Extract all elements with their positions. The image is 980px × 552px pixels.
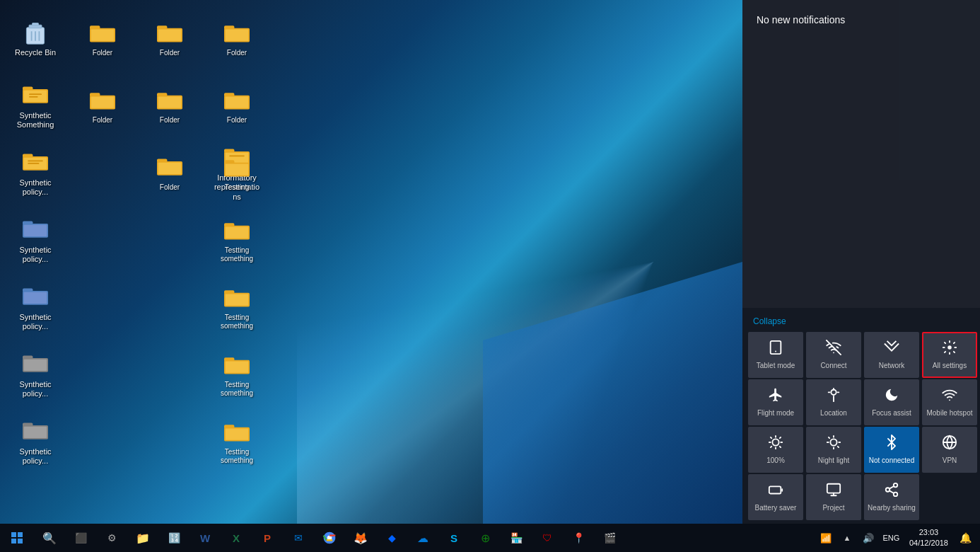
- taskbar-clock[interactable]: 23:03 04/12/2018: [904, 524, 954, 552]
- ac-tile-tablet-mode[interactable]: Tablet mode: [748, 332, 803, 378]
- folder-icon-2[interactable]: Folder: [141, 7, 198, 71]
- chrome-icon: [322, 531, 337, 545]
- svg-rect-43: [24, 225, 47, 236]
- svg-rect-45: [224, 223, 234, 226]
- taskbar-task-view-button[interactable]: ⬛: [65, 524, 96, 552]
- ac-tile-nearby-sharing-label: Nearby sharing: [868, 504, 916, 512]
- ac-tile-location-label: Location: [820, 409, 847, 418]
- svg-rect-2: [33, 23, 39, 26]
- folder-doc-icon-2[interactable]: Synthetic policy...: [7, 142, 64, 205]
- folder-doc-label-3: Folder: [160, 183, 180, 192]
- ac-tile-nearby-sharing[interactable]: Nearby sharing: [864, 474, 919, 520]
- ac-tile-brightness[interactable]: 100%: [748, 427, 803, 473]
- taskbar-powerpoint-button[interactable]: P: [252, 524, 283, 552]
- ac-tile-project-label: Project: [822, 504, 844, 512]
- svg-rect-67: [226, 164, 248, 176]
- folder-doc-icon-5[interactable]: Synthetic policy...: [7, 209, 64, 272]
- taskbar-maps-button[interactable]: 📍: [563, 524, 594, 552]
- taskbar-explorer-button[interactable]: 📁: [127, 524, 158, 552]
- ac-tile-location[interactable]: Location: [806, 379, 861, 425]
- taskbar-notification-icon[interactable]: 🔔: [954, 524, 976, 552]
- svg-rect-61: [24, 427, 47, 438]
- taskbar-chrome-button[interactable]: [314, 524, 345, 552]
- folder-icon-8[interactable]: Testting something: [209, 276, 265, 340]
- folder-doc-icon-8[interactable]: Synthetic policy...: [7, 410, 64, 474]
- svg-point-73: [772, 439, 778, 445]
- tray-volume-icon[interactable]: 🔊: [858, 524, 879, 552]
- folder-icon-7[interactable]: Testting something: [209, 209, 265, 272]
- ac-tile-battery-saver[interactable]: Battery saver: [748, 474, 803, 520]
- folder-doc-icon-3[interactable]: Folder: [141, 142, 198, 205]
- folder-icon-4[interactable]: Folder: [74, 74, 131, 138]
- ac-tile-focus-assist-label: Focus assist: [872, 409, 911, 418]
- ac-tile-flight-mode-label: Flight mode: [757, 409, 794, 418]
- taskbar: 🔍 ⬛ ⚙ 📁 🔢 W X P ✉ 🦊 ◆ ☁ S ⊕ 🏪 🛡 📍 🎬: [0, 524, 980, 552]
- svg-rect-33: [28, 163, 39, 164]
- svg-rect-76: [769, 486, 781, 493]
- mobile-hotspot-icon: [942, 387, 957, 406]
- svg-rect-38: [224, 149, 234, 153]
- recycle-bin-icon[interactable]: Recycle Bin: [7, 7, 64, 71]
- svg-rect-18: [29, 93, 42, 95]
- svg-rect-11: [158, 30, 181, 41]
- taskbar-word-button[interactable]: W: [189, 524, 221, 552]
- folder-icon-6[interactable]: Folder: [209, 74, 265, 138]
- start-button[interactable]: [0, 524, 34, 552]
- folder-icon-5[interactable]: Folder: [141, 74, 198, 138]
- taskbar-search-button[interactable]: 🔍: [34, 524, 65, 552]
- folder-label-3: Folder: [227, 49, 247, 57]
- ac-tile-focus-assist[interactable]: Focus assist: [864, 379, 919, 425]
- tray-language-label[interactable]: ENG: [879, 524, 904, 552]
- tablet-mode-icon: [768, 340, 783, 359]
- folder-doc-icon-7[interactable]: Synthetic policy...: [7, 343, 64, 407]
- battery-saver-icon: [768, 482, 783, 501]
- folder-icon-3[interactable]: Folder: [209, 7, 265, 71]
- ac-tile-connect[interactable]: Connect: [806, 332, 861, 378]
- taskbar-onedrive-button[interactable]: ☁: [407, 524, 438, 552]
- tray-expand-icon[interactable]: ▲: [836, 524, 858, 552]
- folder-doc-icon-1[interactable]: Synthetic Something: [7, 74, 64, 138]
- folder-doc-icon-6[interactable]: Synthetic policy...: [7, 276, 64, 340]
- taskbar-antivirus-button[interactable]: 🛡: [532, 524, 563, 552]
- vpn-icon: [942, 435, 957, 454]
- taskbar-media-button[interactable]: 🎬: [594, 524, 625, 552]
- ac-collapse-button[interactable]: Collapse: [742, 314, 980, 332]
- ac-tile-all-settings[interactable]: All settings: [922, 332, 977, 378]
- folder-icon-9[interactable]: Testting something: [209, 343, 265, 407]
- taskbar-settings-button[interactable]: ⚙: [96, 524, 127, 552]
- ac-tile-mobile-hotspot[interactable]: Mobile hotspot: [922, 379, 977, 425]
- svg-rect-21: [90, 93, 100, 96]
- taskbar-excel-button[interactable]: X: [221, 524, 252, 552]
- taskbar-mail-button[interactable]: ✉: [283, 524, 314, 552]
- taskbar-firefox-button[interactable]: 🦊: [345, 524, 376, 552]
- ac-tile-network-label: Network: [879, 362, 905, 370]
- taskbar-xbox-button[interactable]: ⊕: [469, 524, 501, 552]
- taskbar-store-button[interactable]: 🏪: [501, 524, 532, 552]
- ac-tile-connect-label: Connect: [820, 362, 846, 370]
- nearby-sharing-icon: [884, 482, 899, 501]
- folder-label-4: Folder: [93, 116, 112, 125]
- svg-line-82: [889, 486, 894, 489]
- svg-rect-42: [23, 221, 33, 224]
- taskbar-calculator-button[interactable]: 🔢: [158, 524, 189, 552]
- folder-icon-1[interactable]: Folder: [74, 7, 131, 71]
- ac-tile-network[interactable]: Network: [864, 332, 919, 378]
- tray-network-icon[interactable]: 📶: [815, 524, 836, 552]
- taskbar-skype-button[interactable]: S: [438, 524, 469, 552]
- taskbar-dropbox-button[interactable]: ◆: [376, 524, 407, 552]
- ac-tile-vpn[interactable]: VPN: [922, 427, 977, 473]
- ac-tile-night-light[interactable]: Night light: [806, 427, 861, 473]
- ac-tile-bluetooth[interactable]: Not connected: [864, 427, 919, 473]
- ac-tile-flight-mode[interactable]: Flight mode: [748, 379, 803, 425]
- ac-tile-empty: [922, 474, 977, 520]
- folder-label-10: Testting something: [212, 448, 262, 465]
- ac-tile-project[interactable]: Project: [806, 474, 861, 520]
- svg-rect-19: [29, 96, 38, 98]
- folder-doc-label-5: Synthetic policy...: [11, 246, 60, 264]
- svg-rect-22: [91, 97, 114, 108]
- folder-label-2: Folder: [160, 49, 180, 57]
- folder-icon-10[interactable]: Testting something: [209, 410, 265, 474]
- desktop-icons-container: Recycle Bin Folder Folder Folder: [0, 0, 354, 524]
- folder-doc-label-7: Synthetic policy...: [11, 380, 60, 398]
- svg-rect-49: [24, 292, 47, 304]
